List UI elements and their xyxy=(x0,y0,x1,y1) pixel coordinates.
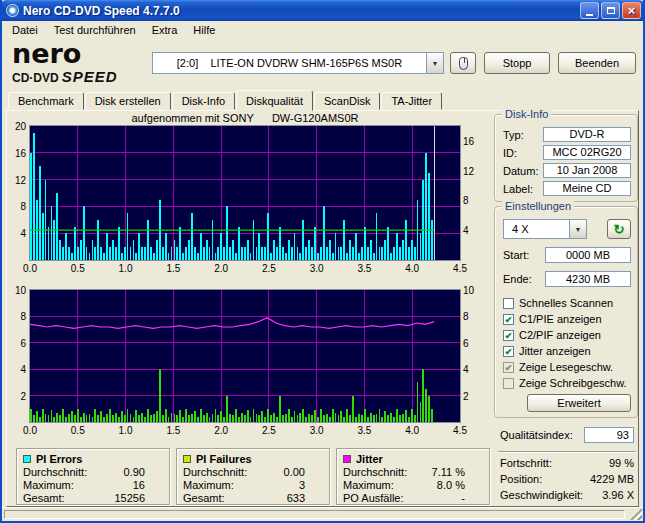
refresh-icon: ↻ xyxy=(614,222,625,237)
cd-disc-icon xyxy=(6,4,19,17)
recorded-with-label: aufgenommen mit SONY DW-G120AMS0R xyxy=(30,112,460,124)
start-field[interactable]: 0000 MB xyxy=(545,247,631,263)
position-value: 4229 MB xyxy=(590,473,634,486)
pi-errors-color-swatch xyxy=(23,455,31,463)
chevron-down-icon[interactable]: ▼ xyxy=(426,53,443,73)
stat-label: PO Ausfälle: xyxy=(343,492,404,505)
axis-tick: 2.5 xyxy=(262,425,276,436)
tab-diskqualitaet[interactable]: Diskqualität xyxy=(236,90,313,111)
logo-cddvd-text: CD·DVD xyxy=(12,71,59,85)
nero-logo: nero CD·DVDSPEED xyxy=(12,40,152,88)
title-bar[interactable]: Nero CD-DVD Speed 4.7.7.0 × xyxy=(0,0,645,21)
menu-item-test-durchfuehren[interactable]: Test durchführen xyxy=(46,23,144,37)
advanced-button[interactable]: Erweitert xyxy=(527,394,631,412)
checkbox-icon[interactable]: ✔ xyxy=(503,346,514,357)
checkbox-icon[interactable]: ✔ xyxy=(503,330,514,341)
stat-title: PI Failures xyxy=(196,453,252,465)
start-label: Start: xyxy=(503,249,545,261)
disk-label-value: Meine CD xyxy=(543,181,631,196)
checkbox-zeige-schreibgeschw[interactable]: Zeige Schreibgeschw. xyxy=(503,375,635,391)
checkbox-icon[interactable]: ✔ xyxy=(503,362,514,373)
stat-label: Gesamt: xyxy=(23,492,65,505)
checkbox-c1-pie-anzeigen[interactable]: ✔C1/PIE anzeigen xyxy=(503,311,635,327)
stat-label: Durchschnitt: xyxy=(23,466,87,479)
quality-y-axis-left: 246810 xyxy=(6,290,28,422)
chevron-down-icon[interactable]: ▼ xyxy=(569,220,586,238)
axis-tick: 8 xyxy=(463,195,479,206)
stat-value: - xyxy=(461,492,465,505)
tab-disk-info[interactable]: Disk-Info xyxy=(172,92,235,110)
disk-id-value: MCC 02RG20 xyxy=(543,145,631,160)
pi-errors-y-axis-right: 481216 xyxy=(463,126,481,260)
minimize-button[interactable] xyxy=(580,2,599,19)
disk-info-group: Disk-Info Typ:DVD-R ID:MCC 02RG20 Datum:… xyxy=(494,114,638,202)
pi-errors-chart xyxy=(30,126,460,260)
axis-tick: 3.0 xyxy=(310,425,324,436)
checkbox-jitter-anzeigen[interactable]: ✔Jitter anzeigen xyxy=(503,343,635,359)
quality-y-axis-right: 246810 xyxy=(463,290,481,422)
menu-item-datei[interactable]: Datei xyxy=(4,23,46,37)
progress-label: Fortschritt: xyxy=(500,457,552,470)
tab-benchmark[interactable]: Benchmark xyxy=(8,92,84,110)
axis-tick: 12 xyxy=(463,166,479,177)
axis-tick: 0.0 xyxy=(23,263,37,274)
pi-failures-color-swatch xyxy=(183,455,191,463)
maximize-button[interactable] xyxy=(601,2,620,19)
tab-ta-jitter[interactable]: TA-Jitter xyxy=(381,92,442,110)
close-icon: × xyxy=(628,4,636,17)
jitter-color-swatch xyxy=(343,455,351,463)
tab-scandisk[interactable]: ScanDisk xyxy=(314,92,380,110)
resize-grip[interactable] xyxy=(630,508,642,520)
axis-tick: 4.0 xyxy=(405,425,419,436)
speed-select-combobox[interactable]: 4 X ▼ xyxy=(503,219,587,239)
menu-bar: Datei Test durchführen Extra Hilfe xyxy=(2,21,643,38)
checkbox-label: Zeige Lesegeschw. xyxy=(519,361,613,373)
disk-date-value: 10 Jan 2008 xyxy=(543,163,631,178)
pi-errors-x-axis: 0.00.51.01.52.02.53.03.54.04.5 xyxy=(30,263,460,275)
axis-tick: 10 xyxy=(463,285,479,296)
menu-item-extra[interactable]: Extra xyxy=(144,23,186,37)
checkbox-label: C2/PIF anzeigen xyxy=(519,329,601,341)
menu-item-hilfe[interactable]: Hilfe xyxy=(185,23,223,37)
settings-group: Einstellungen 4 X ▼ ↻ Start:0000 MB Ende… xyxy=(494,206,638,418)
app-window: Nero CD-DVD Speed 4.7.7.0 × Datei Test d… xyxy=(0,0,645,523)
axis-tick: 1.0 xyxy=(119,425,133,436)
stat-value: 633 xyxy=(287,492,305,505)
nero-brand-text: nero xyxy=(12,40,152,67)
axis-tick: 4 xyxy=(463,225,479,236)
end-label: Ende: xyxy=(503,273,545,285)
axis-tick: 1.5 xyxy=(166,263,180,274)
close-button[interactable]: × xyxy=(622,2,641,19)
stat-value: 15256 xyxy=(114,492,145,505)
disk-id-label: ID: xyxy=(503,147,543,159)
stat-value: 0.90 xyxy=(124,466,145,479)
progress-value: 99 % xyxy=(609,457,634,470)
checkbox-schnelles-scannen[interactable]: Schnelles Scannen xyxy=(503,295,635,311)
axis-tick: 8 xyxy=(6,311,26,322)
drive-select-combobox[interactable]: [2:0] LITE-ON DVDRW SHM-165P6S MS0R ▼ xyxy=(152,52,444,74)
axis-tick: 16 xyxy=(463,136,479,147)
checkbox-zeige-lesegeschw[interactable]: ✔Zeige Lesegeschw. xyxy=(503,359,635,375)
tab-disk-erstellen[interactable]: Disk erstellen xyxy=(85,92,171,110)
stat-label: Gesamt: xyxy=(183,492,225,505)
checkbox-icon[interactable] xyxy=(503,378,514,389)
stop-button[interactable]: Stopp xyxy=(484,52,550,74)
status-panel xyxy=(4,510,625,519)
speed-value: 3.96 X xyxy=(602,489,634,502)
axis-tick: 6 xyxy=(463,338,479,349)
stat-box-pi-failures: PI Failures Durchschnitt:0.00 Maximum:3 … xyxy=(176,448,330,505)
axis-tick: 6 xyxy=(6,338,26,349)
stat-value: 16 xyxy=(133,479,145,492)
tab-strip: Benchmark Disk erstellen Disk-Info Diskq… xyxy=(8,90,443,110)
refresh-button[interactable]: ↻ xyxy=(607,219,631,239)
checkbox-c2-pif-anzeigen[interactable]: ✔C2/PIF anzeigen xyxy=(503,327,635,343)
quit-button[interactable]: Beenden xyxy=(558,52,636,74)
logo-speed-text: SPEED xyxy=(62,68,118,85)
checkbox-icon[interactable]: ✔ xyxy=(503,314,514,325)
end-field[interactable]: 4230 MB xyxy=(545,271,631,287)
mouse-settings-button[interactable] xyxy=(450,52,476,74)
checkbox-icon[interactable] xyxy=(503,298,514,309)
options-checkbox-list: Schnelles Scannen ✔C1/PIE anzeigen ✔C2/P… xyxy=(503,295,635,391)
settings-caption: Einstellungen xyxy=(502,200,574,212)
axis-tick: 1.5 xyxy=(166,425,180,436)
